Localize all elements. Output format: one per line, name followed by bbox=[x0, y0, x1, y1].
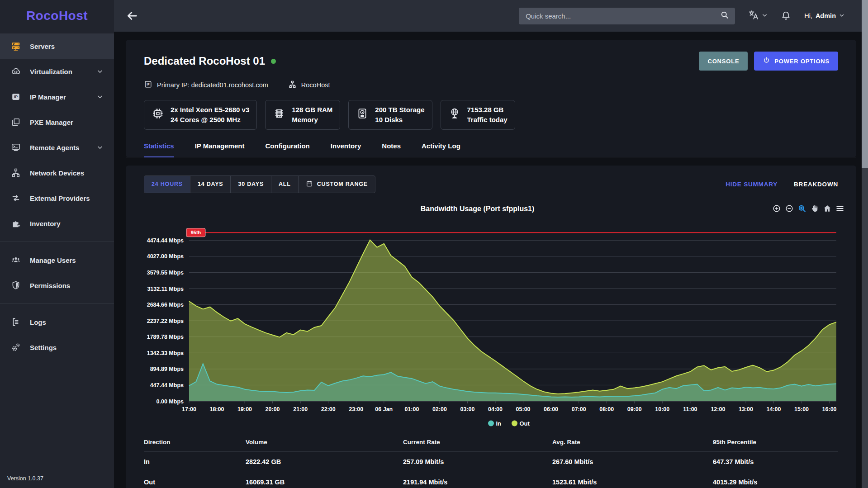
sidebar-nav: Servers Virtualization IP IP Manager bbox=[0, 32, 114, 475]
table-row-out: Out 16069.31 GB 2191.94 Mbit/s 1523.61 M… bbox=[144, 472, 838, 488]
svg-text:01:00: 01:00 bbox=[404, 406, 419, 412]
range-all[interactable]: ALL bbox=[271, 176, 299, 193]
sidebar-item-settings[interactable]: Settings bbox=[0, 335, 114, 360]
sidebar-item-network-devices[interactable]: Network Devices bbox=[0, 160, 114, 185]
range-custom[interactable]: CUSTOM RANGE bbox=[299, 176, 375, 193]
svg-text:03:00: 03:00 bbox=[460, 406, 475, 412]
col-95th-percentile: 95th Percentile bbox=[713, 433, 838, 452]
zoom-in-icon[interactable] bbox=[772, 204, 781, 213]
sidebar-item-servers[interactable]: Servers bbox=[0, 33, 114, 59]
spec-card-cpu: 2x Intel Xeon E5-2680 v324 Cores @ 2500 … bbox=[144, 100, 257, 130]
menu-icon[interactable] bbox=[835, 204, 844, 213]
svg-text:0.00 Mbps: 0.00 Mbps bbox=[157, 398, 184, 404]
search-input[interactable] bbox=[525, 12, 720, 20]
svg-text:2684.66 Mbps: 2684.66 Mbps bbox=[147, 302, 184, 308]
range-14-days[interactable]: 14 DAYS bbox=[190, 176, 231, 193]
table-header-row: Direction Volume Current Rate Avg. Rate … bbox=[144, 433, 838, 452]
bandwidth-chart[interactable]: 0.00 Mbps447.44 Mbps894.89 Mbps1342.33 M… bbox=[144, 217, 838, 428]
sitemap-icon bbox=[288, 80, 297, 90]
range-30-days[interactable]: 30 DAYS bbox=[231, 176, 271, 193]
box-zoom-icon[interactable] bbox=[797, 204, 806, 213]
scrollbar-thumb[interactable] bbox=[862, 0, 868, 168]
server-tabs: Statistics IP Management Configuration I… bbox=[126, 142, 856, 157]
search-icon[interactable] bbox=[720, 10, 729, 21]
home-icon[interactable] bbox=[823, 204, 832, 213]
sidebar-item-permissions[interactable]: Permissions bbox=[0, 273, 114, 298]
sidebar: RocoHost Servers Virtualization IP IP bbox=[0, 0, 114, 488]
spec-card-storage: 200 TB Storage10 Disks bbox=[348, 100, 432, 130]
tab-activity-log[interactable]: Activity Log bbox=[422, 142, 460, 157]
version-label: Version 1.0.37 bbox=[0, 475, 114, 488]
svg-text:4027.00 Mbps: 4027.00 Mbps bbox=[147, 253, 184, 260]
app-window: RocoHost Servers Virtualization IP IP bbox=[0, 0, 868, 488]
tab-configuration[interactable]: Configuration bbox=[265, 142, 309, 157]
range-24-hours[interactable]: 24 HOURS bbox=[144, 176, 190, 193]
tab-statistics[interactable]: Statistics bbox=[144, 142, 174, 157]
sidebar-item-remote-agents[interactable]: Remote Agents bbox=[0, 135, 114, 160]
vertical-scrollbar[interactable] bbox=[862, 0, 868, 488]
status-online-dot bbox=[271, 59, 276, 64]
svg-text:18:00: 18:00 bbox=[210, 406, 224, 412]
svg-text:12:00: 12:00 bbox=[711, 406, 725, 412]
console-button[interactable]: CONSOLE bbox=[699, 52, 748, 71]
sidebar-item-label: External Providers bbox=[30, 194, 90, 202]
translate-icon bbox=[748, 9, 759, 23]
svg-text:894.89 Mbps: 894.89 Mbps bbox=[150, 366, 184, 372]
spec-card-ram: 128 GB RAMMemory bbox=[265, 100, 340, 130]
sidebar-item-label: Servers bbox=[30, 43, 55, 50]
back-button[interactable] bbox=[126, 9, 138, 22]
sidebar-item-pxe-manager[interactable]: PXE Manager bbox=[0, 109, 114, 135]
svg-text:1789.78 Mbps: 1789.78 Mbps bbox=[147, 334, 184, 340]
sidebar-item-label: Network Devices bbox=[30, 169, 84, 177]
svg-text:1342.33 Mbps: 1342.33 Mbps bbox=[147, 350, 184, 356]
svg-text:In: In bbox=[496, 420, 502, 426]
ram-icon bbox=[273, 107, 285, 123]
sidebar-item-virtualization[interactable]: Virtualization bbox=[0, 59, 114, 84]
chart-toolbar bbox=[772, 204, 844, 213]
notifications-bell-icon[interactable] bbox=[780, 10, 792, 22]
sidebar-item-inventory[interactable]: Inventory bbox=[0, 211, 114, 236]
tab-inventory[interactable]: Inventory bbox=[331, 142, 361, 157]
spec-cards: 2x Intel Xeon E5-2680 v324 Cores @ 2500 … bbox=[144, 100, 838, 130]
svg-text:Out: Out bbox=[520, 420, 530, 426]
sidebar-item-manage-users[interactable]: Manage Users bbox=[0, 247, 114, 273]
user-greeting: Hi, bbox=[804, 12, 812, 19]
sidebar-item-external-providers[interactable]: External Providers bbox=[0, 185, 114, 211]
bandwidth-summary-table: Direction Volume Current Rate Avg. Rate … bbox=[144, 433, 838, 488]
terminal-icon bbox=[11, 142, 21, 152]
sidebar-item-label: Remote Agents bbox=[30, 144, 79, 152]
col-current-rate: Current Rate bbox=[403, 433, 552, 452]
statistics-card: 24 HOURS 14 DAYS 30 DAYS ALL CUSTOM RANG… bbox=[126, 166, 856, 488]
content-area: Dedicated RocoHost 01 CONSOLE POWER OPTI… bbox=[114, 32, 868, 488]
svg-text:06:00: 06:00 bbox=[544, 406, 558, 412]
ip-badge-icon: IP bbox=[144, 80, 152, 90]
primary-ip: IP Primary IP: dedicated01.rocohost.com bbox=[144, 80, 268, 90]
log-list-icon bbox=[11, 317, 21, 327]
time-range-group: 24 HOURS 14 DAYS 30 DAYS ALL CUSTOM RANG… bbox=[144, 175, 375, 193]
pan-icon[interactable] bbox=[810, 204, 819, 213]
sidebar-item-ip-manager[interactable]: IP IP Manager bbox=[0, 84, 114, 109]
svg-text:10:00: 10:00 bbox=[655, 406, 669, 412]
cpu-icon bbox=[152, 107, 164, 123]
sidebar-item-logs[interactable]: Logs bbox=[0, 309, 114, 335]
power-icon bbox=[763, 57, 770, 66]
user-name: Admin bbox=[816, 12, 836, 19]
chevron-down-icon bbox=[839, 12, 844, 19]
sidebar-item-label: IP Manager bbox=[30, 93, 66, 101]
tab-notes[interactable]: Notes bbox=[382, 142, 401, 157]
tab-ip-management[interactable]: IP Management bbox=[195, 142, 245, 157]
puzzle-icon bbox=[11, 218, 21, 228]
zoom-out-icon[interactable] bbox=[785, 204, 794, 213]
sidebar-item-label: Manage Users bbox=[30, 256, 76, 264]
language-selector[interactable] bbox=[748, 9, 768, 23]
svg-text:95th: 95th bbox=[191, 230, 201, 235]
power-options-button[interactable]: POWER OPTIONS bbox=[754, 52, 838, 71]
hide-summary-link[interactable]: HIDE SUMMARY bbox=[726, 181, 778, 188]
svg-text:IP: IP bbox=[14, 95, 18, 99]
breakdown-link[interactable]: BREAKDOWN bbox=[794, 181, 838, 188]
user-menu[interactable]: Hi,Admin bbox=[804, 12, 844, 19]
svg-text:2237.22 Mbps: 2237.22 Mbps bbox=[147, 317, 184, 324]
svg-text:22:00: 22:00 bbox=[321, 406, 336, 412]
server-meta: IP Primary IP: dedicated01.rocohost.com … bbox=[144, 80, 838, 90]
svg-text:17:00: 17:00 bbox=[182, 406, 196, 412]
